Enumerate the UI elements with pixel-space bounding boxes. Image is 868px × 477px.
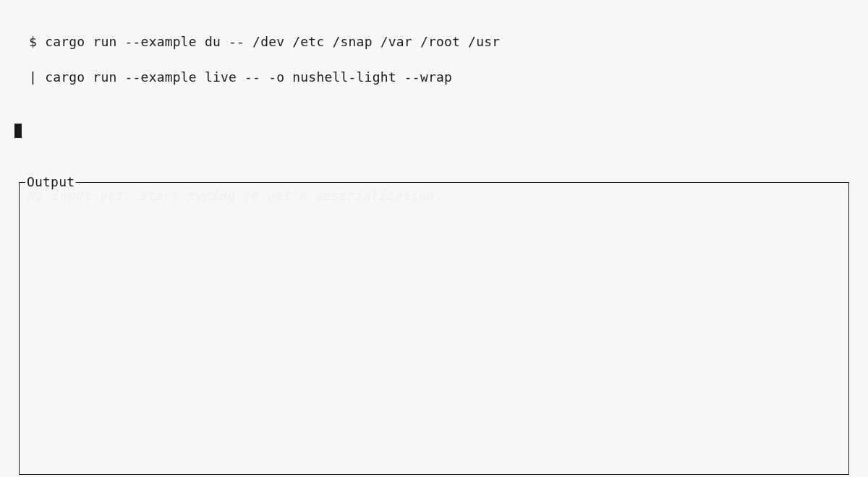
prompt-symbol: $ xyxy=(29,34,45,49)
command-line-2: | cargo run --example live -- -o nushell… xyxy=(13,69,855,86)
output-panel-legend: Output xyxy=(25,173,76,191)
cursor-icon xyxy=(14,124,22,138)
output-panel: Output No input yet. Start typing to get… xyxy=(19,182,849,475)
output-placeholder-text: No input yet. Start typing to get a dese… xyxy=(27,187,841,205)
cursor-line[interactable] xyxy=(13,103,855,139)
command-block: $ cargo run --example du -- /dev /etc /s… xyxy=(13,16,855,103)
command-line-1: cargo run --example du -- /dev /etc /sna… xyxy=(45,34,500,49)
